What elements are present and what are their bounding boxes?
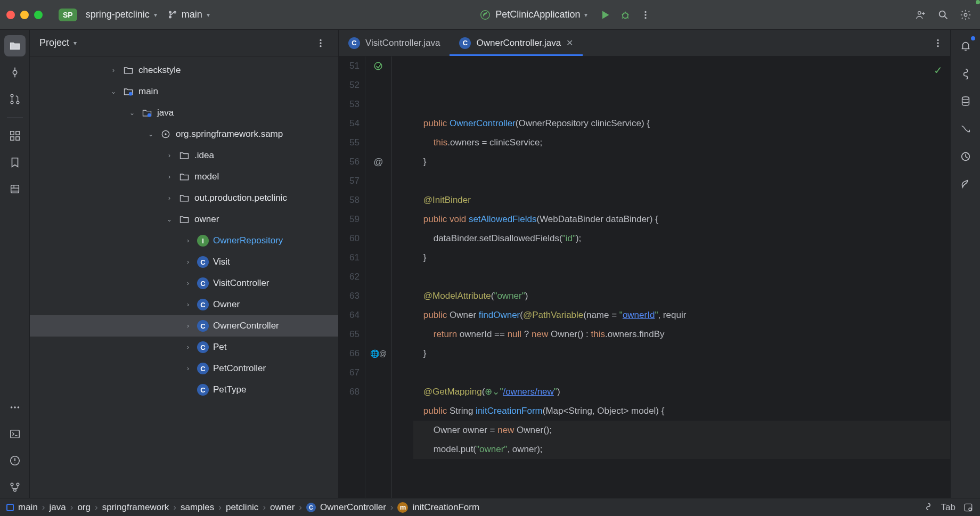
- code-line[interactable]: public String initCreationForm(Map<Strin…: [413, 402, 950, 421]
- code-line[interactable]: this.owners = clinicService;: [413, 133, 950, 152]
- pull-requests-tool-button[interactable]: [4, 88, 26, 110]
- breadcrumb-item[interactable]: java: [50, 502, 66, 513]
- tree-item[interactable]: › C VisitController: [30, 273, 338, 294]
- tree-arrow-icon[interactable]: ›: [165, 194, 174, 202]
- tree-item[interactable]: ⌄ java: [30, 102, 338, 124]
- tree-arrow-icon[interactable]: ›: [183, 258, 193, 266]
- code-editor[interactable]: 515253545556575859606162636465666768 @🌐@…: [339, 56, 950, 498]
- more-tools-button[interactable]: [4, 397, 26, 418]
- tree-arrow-icon[interactable]: ›: [183, 343, 193, 351]
- tree-arrow-icon[interactable]: ⌄: [165, 216, 174, 223]
- run-button[interactable]: [597, 7, 613, 23]
- run-config-selector[interactable]: PetClinicApplication ▾: [474, 6, 593, 24]
- line-number[interactable]: 60: [349, 229, 360, 248]
- terminal-tool-button[interactable]: [4, 423, 26, 445]
- tree-item[interactable]: › out.production.petclinic: [30, 187, 338, 209]
- code-line[interactable]: return ownerId == null ? new Owner() : t…: [413, 325, 950, 344]
- code-line[interactable]: public Owner findOwner(@PathVariable(nam…: [413, 306, 950, 325]
- profiler-button[interactable]: [955, 146, 976, 167]
- tree-arrow-icon[interactable]: ›: [109, 67, 118, 74]
- editor-tab[interactable]: COwnerController.java✕: [450, 30, 583, 56]
- line-number[interactable]: 64: [349, 306, 360, 325]
- close-window-button[interactable]: [6, 11, 15, 19]
- tree-item[interactable]: › C OwnerController: [30, 315, 338, 337]
- tree-item[interactable]: › checkstyle: [30, 60, 338, 81]
- tree-item[interactable]: › I OwnerRepository: [30, 230, 338, 251]
- vcs-tool-button[interactable]: [4, 477, 26, 498]
- code-line[interactable]: @ModelAttribute("owner"): [413, 286, 950, 306]
- structure-tool-button[interactable]: [4, 125, 26, 146]
- line-number[interactable]: 59: [349, 210, 360, 229]
- tree-item[interactable]: › C Pet: [30, 337, 338, 358]
- line-number[interactable]: 56: [349, 152, 360, 171]
- more-actions-button[interactable]: [638, 7, 654, 23]
- tree-item[interactable]: › .idea: [30, 145, 338, 166]
- line-number[interactable]: 61: [349, 248, 360, 267]
- tree-item[interactable]: › C Owner: [30, 294, 338, 315]
- tree-arrow-icon[interactable]: ›: [183, 237, 193, 244]
- line-number[interactable]: 62: [349, 267, 360, 286]
- usage-icon[interactable]: @: [373, 152, 383, 171]
- tree-arrow-icon[interactable]: ⌄: [109, 88, 118, 95]
- tree-arrow-icon[interactable]: ›: [183, 280, 193, 287]
- line-number[interactable]: 55: [349, 133, 360, 152]
- tree-item[interactable]: › model: [30, 166, 338, 187]
- ai-assistant-button[interactable]: [955, 63, 976, 84]
- line-number[interactable]: 68: [349, 382, 360, 402]
- line-number[interactable]: 66: [349, 344, 360, 363]
- code-with-me-button[interactable]: [913, 7, 929, 23]
- code-line[interactable]: }: [413, 248, 950, 267]
- database-tool-button[interactable]: [4, 178, 26, 200]
- breadcrumb-item[interactable]: org: [77, 502, 91, 513]
- line-number[interactable]: 65: [349, 325, 360, 344]
- line-number[interactable]: 54: [349, 114, 360, 133]
- editor-tab[interactable]: CVisitController.java: [339, 30, 450, 56]
- code-line[interactable]: }: [413, 152, 950, 171]
- project-selector[interactable]: SP spring-petclinic ▾: [53, 5, 162, 24]
- close-tab-button[interactable]: ✕: [566, 38, 573, 48]
- tree-arrow-icon[interactable]: ›: [165, 152, 174, 159]
- breadcrumb-item[interactable]: minitCreationForm: [397, 502, 479, 513]
- code-line[interactable]: @GetMapping(⊕⌄"/owners/new"): [413, 382, 950, 402]
- code-line[interactable]: [413, 363, 950, 382]
- ai-status-icon[interactable]: [923, 502, 934, 513]
- code-line[interactable]: [413, 171, 950, 191]
- project-tree[interactable]: › checkstyle ⌄ main ⌄ java ⌄ org.springf…: [30, 56, 338, 498]
- tree-arrow-icon[interactable]: ›: [183, 301, 193, 308]
- line-number[interactable]: 52: [349, 76, 360, 95]
- code-line[interactable]: [413, 267, 950, 286]
- project-tool-button[interactable]: [4, 35, 26, 56]
- minimize-window-button[interactable]: [20, 11, 29, 19]
- notifications-button[interactable]: [955, 35, 976, 56]
- tree-arrow-icon[interactable]: ›: [165, 173, 174, 181]
- branch-selector[interactable]: main ▾: [162, 6, 215, 23]
- tree-item[interactable]: ⌄ main: [30, 81, 338, 102]
- breadcrumb-item[interactable]: springframework: [102, 502, 169, 513]
- code-line[interactable]: dataBinder.setDisallowedFields("id");: [413, 229, 950, 248]
- breadcrumb-item[interactable]: COwnerController: [306, 502, 386, 513]
- spring-tool-button[interactable]: [955, 174, 976, 195]
- tree-arrow-icon[interactable]: ›: [183, 365, 193, 372]
- tabs-menu-button[interactable]: [926, 30, 950, 56]
- tree-item[interactable]: ⌄ org.springframework.samp: [30, 124, 338, 145]
- line-number[interactable]: 51: [349, 56, 360, 76]
- code-line[interactable]: @InitBinder: [413, 191, 950, 210]
- panel-menu-button[interactable]: [313, 35, 329, 51]
- problems-tool-button[interactable]: [4, 450, 26, 471]
- tree-item[interactable]: › C PetController: [30, 358, 338, 379]
- project-panel-title-dropdown[interactable]: Project ▾: [39, 37, 77, 48]
- line-number[interactable]: 53: [349, 95, 360, 114]
- line-number[interactable]: 67: [349, 363, 360, 382]
- tab-indicator[interactable]: Tab: [941, 502, 956, 513]
- commit-tool-button[interactable]: [4, 62, 26, 83]
- web-usage-icon[interactable]: 🌐@: [370, 344, 387, 363]
- code-line[interactable]: public OwnerController(OwnerRepository c…: [413, 114, 950, 133]
- code-content[interactable]: ✓ public OwnerController(OwnerRepository…: [392, 56, 950, 498]
- debug-button[interactable]: [617, 7, 633, 23]
- tree-item[interactable]: C PetType: [30, 379, 338, 400]
- reader-mode-icon[interactable]: [963, 502, 974, 513]
- breadcrumb-item[interactable]: samples: [181, 502, 214, 513]
- line-number[interactable]: 57: [349, 171, 360, 191]
- tree-arrow-icon[interactable]: ⌄: [127, 109, 137, 117]
- maximize-window-button[interactable]: [34, 11, 43, 19]
